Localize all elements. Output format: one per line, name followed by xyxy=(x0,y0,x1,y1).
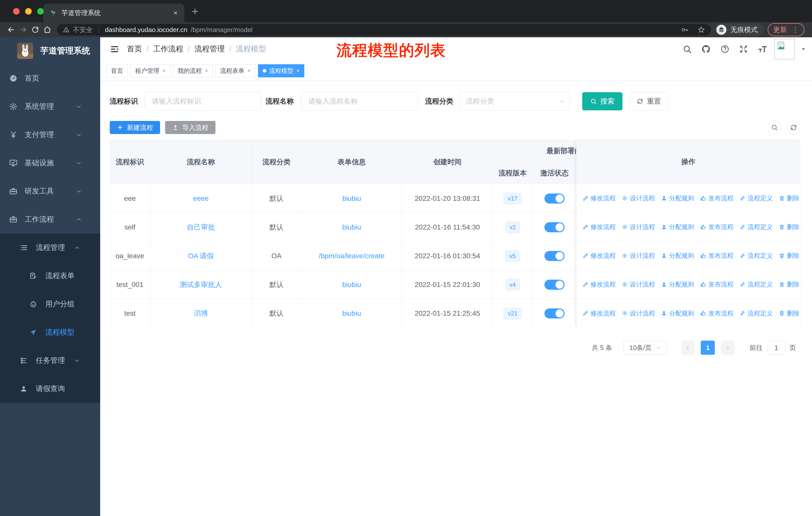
help-icon[interactable] xyxy=(720,45,729,54)
action-assign[interactable]: 分配规则 xyxy=(661,194,694,202)
action-modify[interactable]: 修改流程 xyxy=(582,309,616,318)
active-switch[interactable] xyxy=(545,308,564,319)
forward-icon[interactable] xyxy=(17,25,29,34)
sidebar-item-process-mgmt[interactable]: 流程管理 xyxy=(0,234,100,262)
tag-chip-流程模型[interactable]: 流程模型× xyxy=(258,64,304,77)
action-modify[interactable]: 修改流程 xyxy=(582,251,616,260)
tag-close-icon[interactable]: × xyxy=(205,67,208,74)
action-publish[interactable]: 发布流程 xyxy=(700,194,733,202)
action-publish[interactable]: 发布流程 xyxy=(700,223,733,231)
window-close-button[interactable] xyxy=(13,8,20,15)
filter-id-input[interactable] xyxy=(144,92,261,111)
tag-close-icon[interactable]: × xyxy=(162,67,166,74)
sidebar-item-infra[interactable]: 基础设施 xyxy=(0,149,100,177)
breadcrumb-item[interactable]: 工作流程 xyxy=(153,44,183,54)
window-zoom-button[interactable] xyxy=(37,8,44,15)
model-name-link[interactable]: 自己审批 xyxy=(187,222,215,232)
key-icon[interactable] xyxy=(681,26,689,33)
action-delete[interactable]: 删除 xyxy=(779,309,800,318)
action-assign[interactable]: 分配规则 xyxy=(661,280,694,289)
filter-category-select[interactable]: 流程分类 xyxy=(460,92,570,111)
search-icon[interactable] xyxy=(683,45,692,54)
action-publish[interactable]: 发布流程 xyxy=(700,251,733,260)
security-label[interactable]: 不安全 xyxy=(73,25,93,34)
action-design[interactable]: 设计流程 xyxy=(622,309,655,318)
active-switch[interactable] xyxy=(545,222,564,232)
sidebar-item-workflow[interactable]: 工作流程 xyxy=(0,205,100,234)
action-design[interactable]: 设计流程 xyxy=(622,223,655,231)
breadcrumb-item[interactable]: 流程管理 xyxy=(195,44,225,54)
tag-close-icon[interactable]: × xyxy=(296,67,300,74)
action-design[interactable]: 设计流程 xyxy=(622,194,655,202)
action-definition[interactable]: 流程定义 xyxy=(740,223,773,231)
tag-chip-首页[interactable]: 首页 xyxy=(106,64,128,77)
tag-chip-我的流程[interactable]: 我的流程× xyxy=(173,64,213,77)
action-assign[interactable]: 分配规则 xyxy=(661,309,694,318)
back-icon[interactable] xyxy=(5,25,17,34)
tag-chip-租户管理[interactable]: 租户管理× xyxy=(130,64,170,77)
toggle-search-button[interactable] xyxy=(768,121,781,134)
sidebar-item-task-mgmt[interactable]: 任务管理 xyxy=(0,347,100,375)
collapse-sidebar-icon[interactable] xyxy=(110,44,119,54)
action-definition[interactable]: 流程定义 xyxy=(740,251,773,260)
action-publish[interactable]: 发布流程 xyxy=(700,309,733,318)
search-button[interactable]: 搜索 xyxy=(582,92,622,110)
action-modify[interactable]: 修改流程 xyxy=(582,194,616,202)
active-switch[interactable] xyxy=(545,251,564,261)
goto-page-input[interactable] xyxy=(767,341,785,355)
model-name-link[interactable]: 滔博 xyxy=(194,309,208,318)
action-publish[interactable]: 发布流程 xyxy=(700,280,733,289)
sidebar-item-process-form[interactable]: 流程表单 xyxy=(0,262,100,290)
tab-close-icon[interactable]: × xyxy=(173,8,178,17)
form-info-link[interactable]: biubiu xyxy=(342,281,361,289)
user-avatar[interactable] xyxy=(774,39,795,59)
action-design[interactable]: 设计流程 xyxy=(622,251,655,260)
sidebar-item-process-model[interactable]: 流程模型 xyxy=(0,318,100,347)
model-name-link[interactable]: OA 请假 xyxy=(188,251,214,261)
github-icon[interactable] xyxy=(701,44,711,54)
create-process-button[interactable]: 新建流程 xyxy=(110,121,160,134)
sidebar-item-home[interactable]: 首页 xyxy=(0,64,100,92)
action-delete[interactable]: 删除 xyxy=(779,194,800,202)
action-definition[interactable]: 流程定义 xyxy=(740,280,773,289)
filter-name-input[interactable] xyxy=(301,92,418,111)
current-page-button[interactable]: 1 xyxy=(701,341,715,355)
update-label[interactable]: 更新 xyxy=(773,25,787,34)
action-modify[interactable]: 修改流程 xyxy=(582,280,616,289)
model-name-link[interactable]: eeee xyxy=(193,194,209,202)
bookmark-star-icon[interactable] xyxy=(697,26,705,33)
tag-chip-流程表单[interactable]: 流程表单× xyxy=(215,64,256,77)
reset-button[interactable]: 重置 xyxy=(630,92,668,110)
action-design[interactable]: 设计流程 xyxy=(622,280,655,289)
sidebar-item-user-group[interactable]: 用户分组 xyxy=(0,290,100,318)
browser-menu-icon[interactable]: ⋮ xyxy=(792,26,799,34)
form-info-link[interactable]: biubiu xyxy=(342,194,361,202)
action-delete[interactable]: 删除 xyxy=(779,223,800,231)
action-delete[interactable]: 删除 xyxy=(779,251,800,260)
page-size-select[interactable]: 10条/页 xyxy=(623,341,667,355)
sidebar-item-system[interactable]: 系统管理 xyxy=(0,92,100,121)
font-size-icon[interactable] xyxy=(758,45,768,54)
active-switch[interactable] xyxy=(545,193,564,203)
browser-tab[interactable]: 芋道管理系统 × xyxy=(43,3,184,22)
form-info-link[interactable]: /bpm/oa/leave/create xyxy=(319,252,385,260)
avatar-caret-icon[interactable] xyxy=(801,46,807,52)
browser-update-button[interactable]: 更新 ⋮ xyxy=(768,23,805,36)
action-delete[interactable]: 删除 xyxy=(779,280,800,289)
prev-page-button[interactable] xyxy=(681,341,695,355)
action-definition[interactable]: 流程定义 xyxy=(740,309,773,318)
model-name-link[interactable]: 测试多审批人 xyxy=(180,280,222,290)
refresh-table-button[interactable] xyxy=(787,121,801,134)
active-switch[interactable] xyxy=(545,280,564,290)
action-definition[interactable]: 流程定义 xyxy=(740,194,773,202)
new-tab-button[interactable]: + xyxy=(192,5,198,18)
sidebar-item-devtools[interactable]: 研发工具 xyxy=(0,177,100,205)
tag-close-icon[interactable]: × xyxy=(248,67,251,74)
form-info-link[interactable]: biubiu xyxy=(342,223,361,231)
action-assign[interactable]: 分配规则 xyxy=(661,223,694,231)
address-bar[interactable]: 不安全 dashboard.yudao.iocoder.cn/bpm/manag… xyxy=(57,24,711,35)
breadcrumb-item[interactable]: 首页 xyxy=(127,44,142,54)
window-minimize-button[interactable] xyxy=(25,8,32,15)
action-modify[interactable]: 修改流程 xyxy=(582,223,616,231)
window-controls[interactable] xyxy=(13,8,44,15)
